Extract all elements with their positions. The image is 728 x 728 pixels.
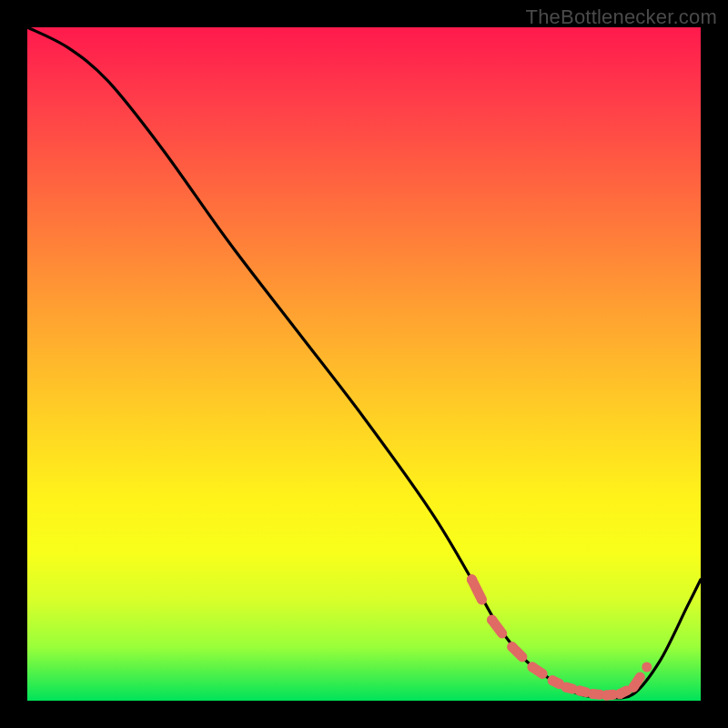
marker-dot [629, 682, 639, 693]
marker-dot [467, 574, 477, 584]
marker-dot [615, 689, 625, 699]
marker-dot [588, 689, 598, 699]
bottleneck-curve-line [27, 27, 701, 698]
watermark-text: TheBottlenecker.com [526, 5, 717, 29]
marker-dot [528, 662, 538, 672]
marker-dot [561, 682, 571, 693]
marker-dot [574, 685, 584, 695]
curve-svg [27, 27, 701, 701]
marker-dot [507, 642, 517, 652]
plot-area [27, 27, 701, 701]
marker-dot [487, 615, 497, 625]
marker-dot [548, 675, 558, 685]
marker-dot [602, 691, 612, 701]
chart-frame: TheBottlenecker.com [0, 0, 728, 728]
marker-dot [642, 662, 652, 672]
highlighted-range-markers [467, 574, 652, 700]
